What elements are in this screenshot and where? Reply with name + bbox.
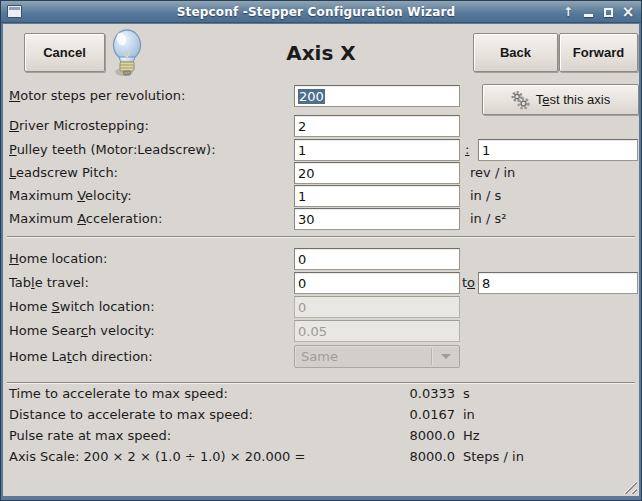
minimize-bar xyxy=(584,14,593,17)
separator-top xyxy=(7,236,635,238)
max-velocity-unit: in / s xyxy=(470,188,501,203)
forward-button[interactable]: Forward xyxy=(559,33,638,72)
home-latch-direction-value: Same xyxy=(295,349,431,364)
max-acceleration-unit: in / s² xyxy=(470,211,506,226)
summary-accel-distance-label: Distance to accelerate to max speed: xyxy=(9,407,253,422)
leadscrew-pitch-unit: rev / in xyxy=(470,165,515,180)
test-this-axis-button[interactable]: Test this axis xyxy=(482,84,639,115)
combo-divider xyxy=(431,348,432,365)
home-search-velocity-input: 0.05 xyxy=(294,320,460,342)
summary-pulse-rate-label: Pulse rate at max speed: xyxy=(9,428,171,443)
maximize-box xyxy=(604,8,613,17)
pulley-leadscrew-input[interactable]: 1 xyxy=(478,139,638,161)
summary-axis-scale-value: 8000.0 xyxy=(373,449,455,464)
maximize-icon[interactable] xyxy=(601,4,615,20)
window-title: Stepconf -Stepper Configuration Wizard xyxy=(1,5,641,19)
summary-accel-time-unit: s xyxy=(463,386,470,401)
titlebar[interactable]: Stepconf -Stepper Configuration Wizard ↑… xyxy=(1,1,641,23)
window-icon xyxy=(7,5,22,18)
home-latch-direction-label: Home Latch direction: xyxy=(9,349,153,365)
window-icon-bar xyxy=(9,7,20,10)
summary-accel-distance-value: 0.0167 xyxy=(373,407,455,422)
motor-steps-label: Motor steps per revolution: xyxy=(9,88,185,104)
max-velocity-label: Maximum Velocity: xyxy=(9,188,132,204)
summary-pulse-rate-unit: Hz xyxy=(463,428,480,443)
leadscrew-pitch-input[interactable]: 20 xyxy=(294,162,460,184)
summary-accel-time-label: Time to accelerate to max speed: xyxy=(9,386,228,401)
separator-bottom xyxy=(7,382,635,384)
home-switch-location-input: 0 xyxy=(294,296,460,318)
resize-grip[interactable] xyxy=(621,478,637,494)
wizard-page-axis-x: Cancel Axi xyxy=(3,24,639,496)
chevron-down-icon xyxy=(433,354,459,359)
microstepping-input[interactable]: 2 xyxy=(294,115,460,137)
motor-steps-selected-text: 200 xyxy=(298,89,325,104)
table-travel-label: Table travel: xyxy=(9,275,89,291)
leadscrew-pitch-label: Leadscrew Pitch: xyxy=(9,165,118,181)
window-controls: ↑ × xyxy=(561,1,635,23)
gears-icon xyxy=(511,90,530,110)
table-travel-to-label: to xyxy=(462,275,475,291)
stepconf-window: Stepconf -Stepper Configuration Wizard ↑… xyxy=(0,0,642,501)
home-search-velocity-label: Home Search velocity: xyxy=(9,323,155,339)
close-icon[interactable]: × xyxy=(621,4,635,20)
home-latch-direction-dropdown: Same xyxy=(294,345,460,368)
home-location-label: Home location: xyxy=(9,251,108,267)
pulley-motor-input[interactable]: 1 xyxy=(294,139,460,161)
summary-pulse-rate-value: 8000.0 xyxy=(373,428,455,443)
home-location-input[interactable]: 0 xyxy=(294,248,460,270)
pulley-teeth-label: Pulley teeth (Motor:Leadscrew): xyxy=(9,142,216,158)
shade-icon[interactable]: ↑ xyxy=(561,4,575,20)
summary-accel-time-value: 0.0333 xyxy=(373,386,455,401)
test-this-axis-label: Test this axis xyxy=(536,92,610,107)
minimize-icon[interactable] xyxy=(581,4,595,20)
summary-axis-scale-unit: Steps / in xyxy=(463,449,524,464)
summary-axis-scale-label: Axis Scale: 200 × 2 × (1.0 ÷ 1.0) × 20.0… xyxy=(9,449,305,464)
microstepping-label: Driver Microstepping: xyxy=(9,118,149,134)
table-travel-to-input[interactable]: 8 xyxy=(478,272,638,294)
motor-steps-input[interactable]: 200 xyxy=(294,85,460,107)
max-acceleration-label: Maximum Acceleration: xyxy=(9,211,162,227)
table-travel-from-input[interactable]: 0 xyxy=(294,272,460,294)
home-switch-location-label: Home Switch location: xyxy=(9,299,155,315)
max-velocity-input[interactable]: 1 xyxy=(294,185,460,207)
max-acceleration-input[interactable]: 30 xyxy=(294,208,460,230)
summary-accel-distance-unit: in xyxy=(463,407,475,422)
pulley-colon-label: : xyxy=(465,142,469,158)
back-button[interactable]: Back xyxy=(473,33,558,72)
